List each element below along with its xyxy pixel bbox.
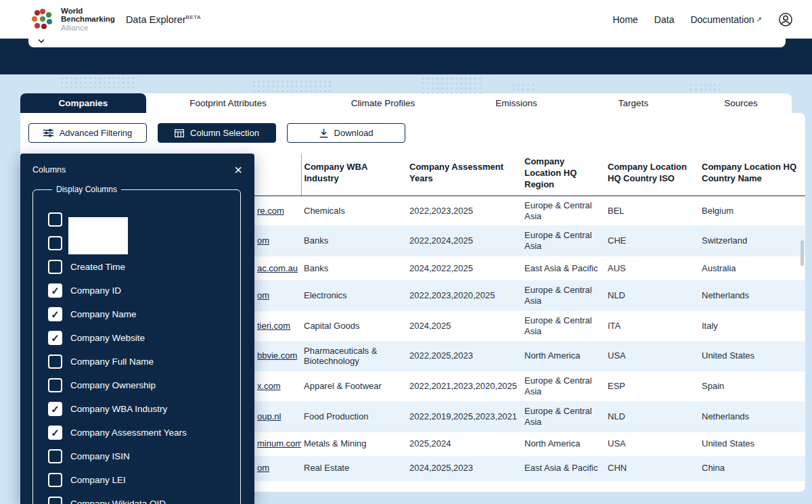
cell: 2025,2024 — [407, 432, 522, 456]
column-option-company-website[interactable]: ✓Company Website — [48, 326, 236, 350]
checkbox-unchecked[interactable] — [48, 449, 62, 463]
nav-documentation[interactable]: Documentation↗ — [690, 14, 762, 25]
company-website-link[interactable]: om — [257, 463, 269, 473]
company-website-link[interactable]: tieri.com — [257, 321, 290, 331]
cell: Australia — [699, 256, 805, 281]
cell: 2022,2025,2023 — [407, 341, 522, 371]
cell: 2024,2025 — [407, 311, 522, 341]
column-selection-label: Column Selection — [190, 128, 259, 138]
checkbox-unchecked[interactable] — [48, 378, 62, 392]
checkbox-checked[interactable]: ✓ — [48, 283, 62, 298]
tab-targets[interactable]: Targets — [577, 93, 690, 113]
checkbox-unchecked[interactable] — [48, 260, 62, 274]
advanced-filtering-button[interactable]: Advanced Filtering — [28, 123, 147, 143]
cell: Switzerland — [699, 226, 805, 256]
column-header-company-location-hq-country-iso: Company Location HQ Country ISO — [605, 154, 699, 196]
scrollbar-thumb[interactable] — [800, 240, 804, 266]
company-website-link[interactable]: re.com — [257, 206, 284, 216]
cell: 2022,2019,2025,2023,2021 — [407, 401, 522, 432]
column-option-label: Company Wikidata QID — [70, 499, 166, 504]
cell: Europe & Central Asia — [522, 371, 605, 402]
checkbox-checked[interactable]: ✓ — [48, 402, 62, 416]
cell: 2022,2023,2020,2025 — [407, 281, 522, 311]
display-columns-legend: Display Columns — [52, 185, 121, 194]
company-website-link[interactable]: bbvie.com — [257, 350, 297, 361]
column-option-company-id[interactable]: ✓Company ID — [48, 279, 236, 302]
advanced-filtering-label: Advanced Filtering — [60, 128, 133, 138]
column-header-company-wba-industry: Company WBA Industry — [301, 154, 407, 196]
hero-band — [0, 39, 812, 74]
check-icon: ✓ — [51, 404, 60, 414]
search-bar-remnant[interactable] — [28, 39, 786, 47]
checkbox-checked[interactable]: ✓ — [48, 331, 62, 345]
cell: 2022,2024,2025 — [407, 226, 522, 256]
company-website-link[interactable]: x.com — [257, 381, 281, 391]
column-option-label: Company ISIN — [70, 451, 130, 461]
table-grid-icon — [175, 129, 184, 137]
nav-data[interactable]: Data — [654, 14, 675, 25]
column-option-company-lei[interactable]: Company LEI — [48, 468, 236, 492]
check-icon: ✓ — [51, 285, 60, 296]
checkbox-checked[interactable]: ✓ — [48, 307, 62, 321]
column-header-company-location-hq-country-name: Company Location HQ Country Name — [699, 154, 805, 196]
checkbox-unchecked[interactable] — [48, 212, 62, 227]
brand-logo[interactable]: World Benchmarking Alliance — [30, 7, 115, 32]
column-option-label: Company Assessment Years — [70, 428, 187, 438]
cell: Metals & Mining — [301, 432, 407, 456]
column-option-created-time[interactable]: Created Time — [48, 255, 236, 279]
company-website-link[interactable]: ac.com.au — [257, 263, 298, 273]
cell: Spain — [699, 371, 805, 402]
column-option-company-full-name[interactable]: Company Full Name — [48, 350, 236, 373]
cell: NLD — [605, 281, 699, 311]
tab-emissions[interactable]: Emissions — [456, 93, 577, 113]
tab-footprint-attributes[interactable]: Footprint Attributes — [146, 93, 310, 113]
column-option-company-isin[interactable]: Company ISIN — [48, 444, 236, 468]
cell: 2024,2022,2025 — [407, 256, 522, 281]
checkbox-checked[interactable]: ✓ — [48, 426, 62, 440]
cell: ITA — [605, 311, 699, 341]
tab-sources[interactable]: Sources — [690, 93, 792, 113]
tab-companies[interactable]: Companies — [20, 93, 146, 113]
column-selection-button[interactable]: Column Selection — [158, 123, 276, 143]
columns-panel-title: Columns — [32, 165, 66, 175]
nav-home[interactable]: Home — [613, 14, 638, 25]
cell: USA — [605, 432, 699, 456]
close-icon[interactable]: × — [234, 164, 242, 175]
company-website-link[interactable]: minum.com — [257, 438, 301, 449]
cell: Belgium — [699, 196, 805, 226]
company-website-link[interactable]: om — [257, 290, 269, 300]
checkbox-unchecked[interactable] — [48, 497, 62, 504]
download-button[interactable]: Download — [287, 123, 405, 143]
checkbox-unchecked[interactable] — [48, 473, 62, 487]
column-option-company-assessment-years[interactable]: ✓Company Assessment Years — [48, 421, 236, 444]
column-option-label: Company LEI — [70, 475, 126, 485]
cell: Apparel & Footwear — [301, 371, 407, 402]
column-option-company-ownership[interactable]: Company Ownership — [48, 373, 236, 397]
download-icon — [319, 129, 328, 138]
column-header-company-assessment-years: Company Assessment Years — [407, 154, 522, 196]
account-icon[interactable] — [778, 12, 793, 27]
cell: Europe & Central Asia — [522, 281, 605, 311]
company-website-link[interactable]: oup.nl — [257, 411, 281, 421]
external-link-icon: ↗ — [757, 16, 762, 23]
column-option-label: Company Name — [70, 309, 137, 319]
cell: Real Estate — [301, 456, 407, 480]
tab-climate-profiles[interactable]: Climate Profiles — [310, 93, 456, 113]
brand-line-2: Benchmarking — [61, 15, 115, 23]
cell: Banks — [301, 256, 407, 281]
column-option-company-name[interactable]: ✓Company Name — [48, 302, 236, 326]
cell: Italy — [699, 311, 805, 341]
app-title: Data ExplorerBETA — [126, 14, 201, 25]
cell: Electronics — [301, 281, 407, 311]
cell: Netherlands — [699, 281, 805, 311]
column-option-company-wikidata-qid[interactable]: Company Wikidata QID — [48, 492, 236, 504]
checkbox-unchecked[interactable] — [48, 236, 62, 250]
top-nav: Home Data Documentation↗ — [613, 12, 794, 27]
cell: Chemicals — [301, 196, 407, 226]
company-website-link[interactable]: om — [257, 235, 269, 246]
cell: NLD — [605, 401, 699, 432]
column-option-company-wba-industry[interactable]: ✓Company WBA Industry — [48, 397, 236, 421]
tab-bar: CompaniesFootprint AttributesClimate Pro… — [20, 93, 792, 113]
check-icon: ✓ — [51, 333, 60, 343]
checkbox-unchecked[interactable] — [48, 354, 62, 369]
